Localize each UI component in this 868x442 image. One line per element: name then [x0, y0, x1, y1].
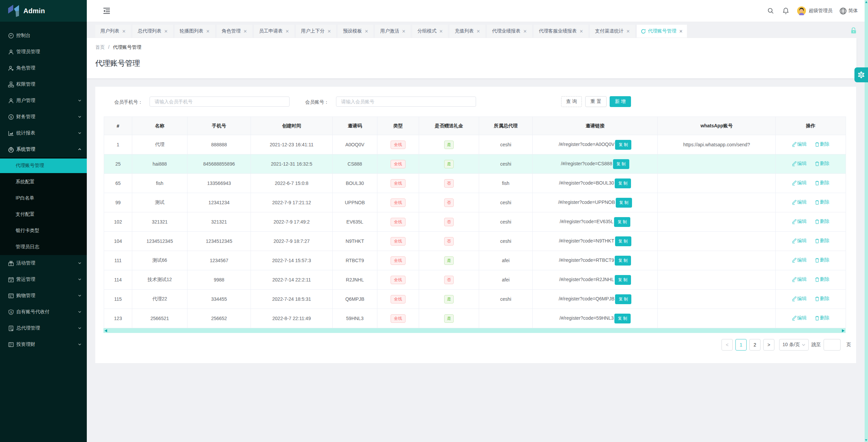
svg-text:$: $ [10, 115, 12, 119]
svg-text:$: $ [10, 310, 12, 314]
